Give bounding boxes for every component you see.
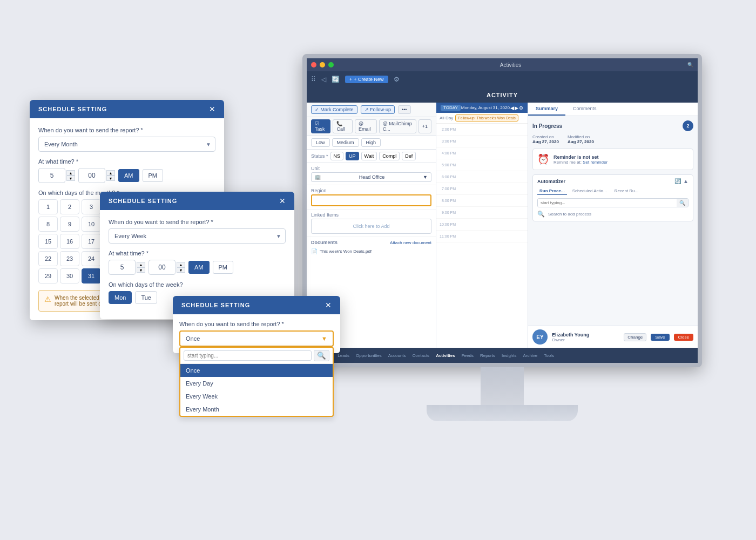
window-2-hour-up[interactable]: ▲	[137, 262, 145, 267]
window-1-min-down[interactable]: ▼	[106, 176, 115, 181]
cal-day-2[interactable]: 2	[60, 199, 79, 214]
cal-day-24[interactable]: 24	[82, 251, 101, 266]
date-display: Monday, August 31, 2020	[461, 105, 510, 110]
auto-tab-recent[interactable]: Recent Ru...	[612, 187, 640, 195]
dropdown-item-every-day[interactable]: Every Day	[180, 377, 333, 390]
in-progress-section: In Progress 2 Created on Aug 27, 2020 Mo…	[528, 116, 698, 226]
nav-activities[interactable]: Activities	[433, 352, 458, 359]
nav-reports[interactable]: Reports	[477, 352, 498, 359]
window-3-frequency-select[interactable]: Once ▼	[179, 330, 334, 347]
nav-insights[interactable]: Insights	[499, 352, 519, 359]
nav-contacts[interactable]: Contacts	[410, 352, 433, 359]
cal-day-1[interactable]: 1	[38, 199, 58, 214]
dropdown-search-button[interactable]: 🔍	[314, 350, 329, 361]
cal-day-3[interactable]: 3	[82, 199, 101, 214]
nav-accounts[interactable]: Accounts	[386, 352, 409, 359]
day-btn-mon[interactable]: Mon	[109, 291, 132, 304]
dropdown-search-input[interactable]	[184, 350, 312, 361]
window-1-close[interactable]: ✕	[209, 105, 215, 113]
cal-day-30[interactable]: 30	[60, 268, 79, 284]
change-button[interactable]: Change	[624, 333, 646, 341]
window-2-min[interactable]: 00	[148, 260, 176, 275]
cal-day-10[interactable]: 10	[82, 217, 101, 232]
tab-task[interactable]: ☑ Task	[311, 119, 330, 133]
tab-email[interactable]: @ Email	[355, 119, 377, 133]
window-1-pm[interactable]: PM	[143, 169, 164, 182]
status-compl[interactable]: Compl	[379, 152, 400, 160]
tab-summary[interactable]: Summary	[528, 103, 565, 116]
cal-day-15[interactable]: 15	[38, 234, 58, 249]
followup-button[interactable]: ↗ Follow-up	[361, 105, 395, 114]
nav-archive[interactable]: Archive	[521, 352, 541, 359]
window-2-pm[interactable]: PM	[213, 261, 234, 274]
cal-day-22[interactable]: 22	[38, 251, 58, 266]
create-new-button[interactable]: + + Create New	[345, 76, 388, 83]
nav-feeds[interactable]: Feeds	[459, 352, 476, 359]
tab-comments[interactable]: Comments	[565, 103, 604, 116]
status-up[interactable]: UP	[346, 152, 359, 160]
cal-day-9[interactable]: 9	[60, 217, 79, 232]
followup-badge[interactable]: Follow-up: This week's Won Deals	[455, 114, 518, 122]
window-2-hour-down[interactable]: ▼	[137, 267, 145, 273]
window-1-hour[interactable]: 5	[38, 168, 65, 183]
cal-day-29[interactable]: 29	[38, 268, 58, 284]
save-button[interactable]: Save	[651, 334, 669, 341]
window-2-hour[interactable]: 5	[109, 260, 136, 275]
auto-search-input[interactable]	[538, 199, 677, 207]
window-1-min[interactable]: 00	[78, 168, 105, 183]
today-button[interactable]: TODAY	[441, 105, 461, 111]
close-button[interactable]: Close	[674, 334, 693, 341]
nav-next[interactable]: ▶	[515, 105, 518, 111]
filter-icon[interactable]: ⚙	[519, 105, 523, 111]
window-1-am[interactable]: AM	[118, 169, 139, 182]
window-2-close[interactable]: ✕	[279, 197, 286, 205]
dropdown-item-once[interactable]: Once	[180, 364, 333, 377]
right-tabs: Summary Comments	[528, 103, 698, 116]
mark-complete-button[interactable]: ✓ Mark Complete	[311, 105, 357, 114]
auto-search-button[interactable]: 🔍	[677, 199, 688, 207]
region-select[interactable]	[311, 194, 431, 206]
unit-select[interactable]: 🏢 Head Office ▼	[311, 172, 431, 182]
cal-day-31[interactable]: 31	[82, 268, 101, 284]
set-reminder-link[interactable]: Set reminder	[583, 160, 608, 165]
nav-tools[interactable]: Tools	[541, 352, 557, 359]
window-2-frequency-select[interactable]: Every Week ▼	[109, 228, 286, 244]
day-btn-tue[interactable]: Tue	[135, 291, 157, 304]
window-1-hour-down[interactable]: ▼	[66, 176, 75, 181]
maximize-dot[interactable]	[328, 62, 334, 68]
minimize-dot[interactable]	[320, 62, 325, 68]
auto-tab-scheduled[interactable]: Scheduled Actio...	[570, 187, 609, 195]
status-def[interactable]: Def	[402, 152, 416, 160]
tab-call[interactable]: 📞 Call	[333, 119, 353, 133]
window-1-min-up[interactable]: ▲	[106, 170, 115, 176]
dropdown-item-every-month[interactable]: Every Month	[180, 403, 333, 416]
tab-more[interactable]: +1	[418, 119, 431, 133]
cal-day-17[interactable]: 17	[82, 234, 101, 249]
auto-refresh-icon[interactable]: 🔄	[674, 178, 681, 184]
dropdown-item-every-week[interactable]: Every Week	[180, 390, 333, 403]
nav-prev[interactable]: ◀	[510, 105, 514, 111]
window-1-hour-up[interactable]: ▲	[66, 170, 75, 176]
nav-opportunities[interactable]: Opportunities	[353, 352, 384, 359]
window-2-min-up[interactable]: ▲	[177, 262, 185, 267]
cal-day-8[interactable]: 8	[38, 217, 58, 232]
auto-tab-run[interactable]: Run Proce...	[537, 187, 567, 195]
linked-add[interactable]: Click here to Add	[311, 219, 431, 234]
auto-collapse-icon[interactable]: ▲	[683, 178, 688, 184]
status-wait[interactable]: Wait	[361, 152, 377, 160]
status-ns[interactable]: NS	[330, 152, 344, 160]
cal-day-23[interactable]: 23	[60, 251, 79, 266]
priority-high[interactable]: High	[361, 138, 381, 147]
close-dot[interactable]	[311, 62, 316, 68]
tab-mailchimp[interactable]: @ MailChimp C...	[379, 119, 416, 133]
window-1-frequency-select[interactable]: Every Month ▼	[38, 137, 215, 152]
window-2-min-down[interactable]: ▼	[177, 267, 185, 273]
priority-medium[interactable]: Medium	[332, 138, 359, 147]
window-2-am[interactable]: AM	[188, 261, 210, 274]
window-3-close[interactable]: ✕	[325, 301, 332, 309]
more-actions-button[interactable]: •••	[398, 105, 410, 114]
priority-low[interactable]: Low	[311, 138, 330, 147]
attach-button[interactable]: Attach new document	[390, 240, 431, 245]
search-icon[interactable]: 🔍	[687, 62, 693, 68]
cal-day-16[interactable]: 16	[60, 234, 79, 249]
